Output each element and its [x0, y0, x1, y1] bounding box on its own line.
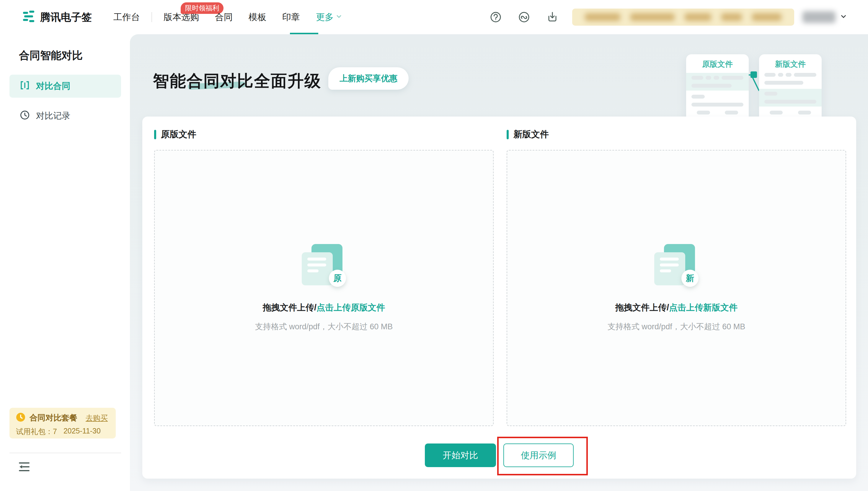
illustration-connector-line — [752, 77, 760, 91]
redacted-account-banner — [572, 8, 794, 26]
click-upload-new-link[interactable]: 点击上传新版文件 — [669, 303, 737, 312]
illustration-new-doc: 新版文件 — [759, 54, 822, 126]
illustration-original-title: 原版文件 — [692, 59, 744, 69]
upload-format-hint: 支持格式 word/pdf，大小不超过 60 MB — [255, 321, 393, 332]
new-doc-badge: 新 — [681, 270, 699, 287]
sidebar-item-compare-history-label: 对比记录 — [36, 110, 70, 122]
new-doc-icon: 新 — [653, 244, 700, 289]
nav-item-contracts-label: 合同 — [215, 11, 233, 23]
chevron-down-icon — [335, 12, 342, 22]
brand-name: 腾讯电子签 — [40, 10, 92, 24]
package-title: 合同对比套餐 — [30, 412, 77, 423]
nav-item-templates-label: 模板 — [249, 11, 266, 23]
nav-item-seals[interactable]: 印章 — [282, 11, 300, 23]
customer-service-icon[interactable] — [517, 10, 531, 24]
help-icon[interactable] — [489, 10, 503, 24]
redacted-username[interactable] — [803, 11, 836, 23]
actions-row: 开始对比 使用示例 — [142, 443, 856, 467]
redacted-text — [630, 13, 675, 21]
brand[interactable]: 腾讯电子签 — [22, 10, 92, 25]
use-example-button[interactable]: 使用示例 — [503, 443, 573, 467]
sidebar: 合同智能对比 对比合同 对比记录 合同对比套餐 去购买 试用礼包：7 2025-… — [0, 34, 130, 491]
nav-item-contracts[interactable]: 合同 — [215, 11, 233, 23]
illustration-connector-node — [751, 71, 757, 78]
drag-upload-text: 拖拽文件上传/ — [615, 303, 669, 312]
active-tab-underline — [290, 33, 318, 34]
nav-item-workbench[interactable]: 工作台 — [113, 11, 140, 23]
nav-item-version-shop[interactable]: 限时领福利 版本选购 — [164, 11, 199, 23]
compare-icon — [20, 80, 30, 93]
package-clock-icon — [16, 412, 25, 423]
trial-expiry-date: 2025-11-30 — [63, 427, 101, 436]
original-doc-badge: 原 — [329, 270, 346, 287]
main-content: 智能合同对比全面升级 上新购买享优惠 原版文件 新版文件 原版文件 — [130, 34, 868, 491]
sidebar-item-compare-contract-label: 对比合同 — [36, 80, 70, 92]
illustration-new-title: 新版文件 — [764, 59, 816, 69]
promo-pill[interactable]: 上新购买享优惠 — [328, 67, 409, 90]
original-file-dropzone[interactable]: 原 拖拽文件上传/点击上传原版文件 支持格式 word/pdf，大小不超过 60… — [154, 150, 494, 426]
buy-package-link[interactable]: 去购买 — [86, 413, 108, 423]
nav-item-workbench-label: 工作台 — [113, 11, 140, 23]
drag-upload-text: 拖拽文件上传/ — [263, 303, 316, 312]
package-info-box: 合同对比套餐 去购买 试用礼包：7 2025-11-30 — [9, 408, 116, 438]
original-doc-icon: 原 — [300, 244, 347, 289]
nav-item-more-label: 更多 — [316, 11, 334, 23]
top-navbar: 腾讯电子签 工作台 限时领福利 版本选购 合同 模板 印章 更多 — [0, 0, 868, 34]
start-compare-button[interactable]: 开始对比 — [425, 443, 496, 467]
nav-item-more[interactable]: 更多 — [316, 11, 342, 23]
original-file-label: 原版文件 — [161, 128, 196, 140]
redacted-text — [721, 13, 742, 21]
nav-item-templates[interactable]: 模板 — [249, 11, 266, 23]
illustration-original-doc: 原版文件 — [686, 54, 749, 126]
original-file-panel: 原版文件 原 拖拽文件上传/点击上传原版文件 支持格式 word/pdf，大小不… — [154, 128, 494, 426]
nav-item-seals-label: 印章 — [282, 11, 300, 23]
page-title: 智能合同对比全面升级 — [153, 70, 321, 92]
redacted-text — [585, 13, 620, 21]
user-menu-chevron-icon[interactable] — [840, 13, 847, 22]
sidebar-item-compare-history[interactable]: 对比记录 — [9, 105, 121, 127]
upload-format-hint: 支持格式 word/pdf，大小不超过 60 MB — [608, 321, 746, 332]
click-upload-original-link[interactable]: 点击上传原版文件 — [316, 303, 385, 312]
sidebar-divider — [9, 453, 121, 453]
sidebar-title: 合同智能对比 — [19, 49, 130, 63]
new-file-panel: 新版文件 新 拖拽文件上传/点击上传新版文件 支持格式 word/pdf，大小不… — [507, 128, 846, 426]
new-file-label: 新版文件 — [513, 128, 549, 140]
compare-upload-card: 原版文件 原 拖拽文件上传/点击上传原版文件 支持格式 word/pdf，大小不… — [142, 117, 856, 479]
redacted-text — [752, 13, 782, 21]
new-file-dropzone[interactable]: 新 拖拽文件上传/点击上传新版文件 支持格式 word/pdf，大小不超过 60… — [507, 150, 846, 426]
sidebar-item-compare-contract[interactable]: 对比合同 — [9, 75, 121, 98]
trial-count: 试用礼包：7 — [16, 427, 57, 436]
history-clock-icon — [20, 110, 30, 122]
nav-right-tools — [474, 8, 847, 26]
section-accent-bar — [507, 130, 509, 139]
tencent-esign-logo-icon — [22, 10, 35, 25]
download-icon[interactable] — [545, 10, 559, 24]
collapse-sidebar-icon[interactable] — [17, 460, 31, 474]
section-accent-bar — [154, 130, 156, 139]
main-menu: 工作台 限时领福利 版本选购 合同 模板 印章 更多 — [105, 11, 351, 23]
redacted-text — [685, 13, 711, 21]
nav-divider — [151, 12, 152, 22]
